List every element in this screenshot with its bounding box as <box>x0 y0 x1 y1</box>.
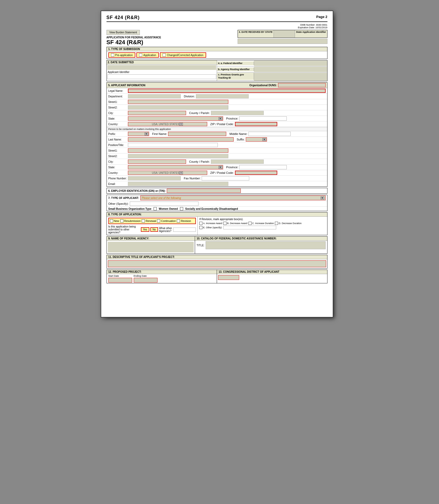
sec5-header: 5. APPLICANT INFORMATION Organizational … <box>107 83 327 88</box>
revision-e-row: E. Other (specify): <box>199 226 325 229</box>
socially-disadvantaged-checkbox[interactable] <box>180 207 183 210</box>
view-burden-button[interactable]: View Burden Statement <box>107 30 140 35</box>
other-agencies-label: Is this application being submitted to o… <box>108 225 140 234</box>
resubmission-checkbox[interactable] <box>120 219 123 223</box>
lname-input[interactable] <box>128 137 234 142</box>
app-id-label: Applicant Identifier <box>107 70 217 74</box>
rev-a-label: A. Increase Award <box>203 222 222 225</box>
sec10-title-input[interactable] <box>206 241 326 249</box>
sec7-select[interactable]: Please select one of the following ▼ <box>140 196 325 200</box>
sec4a-input[interactable] <box>254 61 327 66</box>
country-zip-row: Country: USA: UNITED STATES ▼ ZIP / Post… <box>107 121 327 127</box>
revision-cb-item: Revision <box>177 219 191 223</box>
sec10-title-label: TITLE: <box>197 244 205 247</box>
state-arrow-icon: ▼ <box>219 117 222 120</box>
c-city-label: City: <box>108 160 127 163</box>
pre-application-box[interactable] <box>111 53 114 57</box>
renewal-checkbox[interactable] <box>142 219 145 223</box>
sec13-label: 13. CONGRESSIONAL DISTRICT OF APPLICANT <box>217 270 327 274</box>
c-zip-label: ZIP / Postal Code: <box>210 171 234 174</box>
revision-options-row: A. Increase Award B. Decrease Award C. I… <box>199 222 325 225</box>
c-state-prov-row: State: ▼ Province: <box>107 165 327 170</box>
zip-input[interactable] <box>235 122 277 126</box>
mname-input[interactable] <box>248 132 291 136</box>
dept-input[interactable] <box>128 94 181 98</box>
rev-b-checkbox[interactable] <box>223 222 227 225</box>
c-state-select[interactable]: ▼ <box>128 165 223 169</box>
c-county-input[interactable] <box>211 160 264 164</box>
div-input[interactable] <box>196 94 249 98</box>
no-button[interactable]: No <box>150 227 158 232</box>
suffix-select[interactable]: ▼ <box>246 137 267 142</box>
sec6-input[interactable] <box>167 189 241 193</box>
province-input[interactable] <box>239 116 287 121</box>
sec13-input[interactable] <box>218 275 239 280</box>
women-owned-checkbox[interactable] <box>154 207 157 210</box>
suffix-label: Suffix: <box>237 138 245 141</box>
sec4c-input[interactable] <box>254 73 327 81</box>
street2-label: Street2: <box>108 106 127 109</box>
fname-input[interactable] <box>168 132 226 136</box>
application-checkbox[interactable]: Application <box>136 52 159 58</box>
end-date-input[interactable] <box>134 278 158 283</box>
main-page: SF 424 (R&R) Page 2 OMB Number: 4040-000… <box>101 11 333 317</box>
new-checkbox[interactable] <box>110 219 113 223</box>
rev-b-label: B. Decrease Award <box>227 222 247 225</box>
rev-a-checkbox[interactable] <box>199 222 202 225</box>
sec4b-input[interactable] <box>254 67 327 72</box>
rev-e-checkbox[interactable] <box>199 226 202 229</box>
pre-application-checkbox[interactable]: Pre-application <box>108 52 136 58</box>
end-date-group: Ending Date <box>134 275 158 283</box>
email-row: Email: <box>107 181 327 187</box>
state-app-id-input[interactable] <box>238 39 327 44</box>
street2-input[interactable] <box>128 105 228 110</box>
sec3-date-input[interactable] <box>274 30 294 38</box>
street1-input[interactable] <box>128 100 228 104</box>
other-agencies-input[interactable] <box>173 228 196 232</box>
c-province-input[interactable] <box>239 165 287 169</box>
sec1-options-row: Pre-application Application Changed/Corr… <box>107 51 327 59</box>
revision-checkbox[interactable] <box>177 219 180 223</box>
sec2-date-input[interactable] <box>107 65 216 70</box>
rev-d-checkbox[interactable] <box>275 222 278 225</box>
city-input[interactable] <box>128 111 186 115</box>
phone-input[interactable] <box>128 176 181 180</box>
c-state-label: State: <box>108 166 127 169</box>
application-box[interactable] <box>139 53 142 57</box>
prefix-select[interactable]: ▼ <box>128 132 149 136</box>
legal-name-input[interactable] <box>128 89 326 93</box>
c-zip-input[interactable] <box>235 171 277 175</box>
state-select[interactable]: ▼ <box>128 116 223 121</box>
rev-c-checkbox[interactable] <box>248 222 252 225</box>
c-street1-input[interactable] <box>128 148 228 153</box>
country-select[interactable]: USA: UNITED STATES ▼ <box>128 122 207 126</box>
section-6: 6. EMPLOYER IDENTIFICATION (EIN) or (TIN… <box>107 188 327 194</box>
county-input[interactable] <box>211 111 264 115</box>
legal-name-label: Legal Name: <box>108 89 127 92</box>
county-label: County / Parish: <box>189 111 210 115</box>
changed-corrected-checkbox[interactable]: Changed/Corrected Application <box>160 52 206 58</box>
sec7-label: 7. TYPE OF APPLICANT: <box>108 197 139 199</box>
changed-corrected-box[interactable] <box>163 53 166 57</box>
rev-a-cb: A. Increase Award <box>199 222 222 225</box>
continuation-checkbox[interactable] <box>157 219 160 223</box>
section-10: 10. CATALOG OF FEDERAL DOMESTIC ASSISTAN… <box>195 237 327 253</box>
position-input[interactable] <box>128 143 218 147</box>
start-date-input[interactable] <box>108 278 132 283</box>
sec9-input[interactable] <box>108 242 194 252</box>
sec11-input[interactable] <box>108 260 326 267</box>
rev-e-input[interactable] <box>223 226 276 229</box>
c-country-select[interactable]: USA: UNITED STATES ▼ <box>128 171 207 175</box>
email-input[interactable] <box>128 182 228 186</box>
page-number: Page 2 <box>316 15 327 19</box>
sec8-type-checkboxes: New Resubmission Renewal Continuati <box>108 218 196 224</box>
start-date-label: Start Date <box>108 275 132 277</box>
sec7-other-input[interactable] <box>130 202 198 206</box>
page-wrapper: SF 424 (R&R) Page 2 OMB Number: 4040-000… <box>101 11 339 317</box>
c-city-input[interactable] <box>128 160 186 164</box>
yes-button[interactable]: Yes <box>141 227 149 232</box>
fax-input[interactable] <box>202 176 249 180</box>
duns-input[interactable] <box>278 83 326 87</box>
c-street2-input[interactable] <box>128 154 228 158</box>
app-id-input[interactable] <box>107 74 216 79</box>
